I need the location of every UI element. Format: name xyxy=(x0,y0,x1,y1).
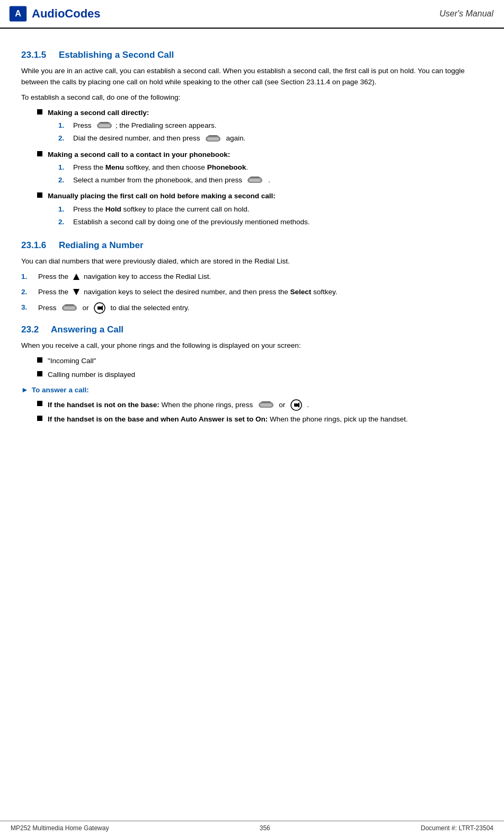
section-23-2: 23.2 Answering a Call When you receive a… xyxy=(21,324,483,425)
redial-step-num-3: 3. xyxy=(21,302,35,313)
svg-marker-24 xyxy=(297,402,299,408)
main-content: 23.1.5 Establishing a Second Call While … xyxy=(0,29,504,466)
manual-title: User's Manual xyxy=(439,9,493,19)
section-num-2315: 23.1.5 xyxy=(21,50,46,60)
footer-right: Document #: LTRT-23504 xyxy=(421,824,493,832)
answering-bullets: "Incoming Call" Calling number is displa… xyxy=(37,356,483,381)
bullet-item-phonebook: Making a second call to a contact in you… xyxy=(37,150,483,188)
redialing-steps: 1. Press the navigation key to access th… xyxy=(21,271,483,314)
bullet-direct-text: Making a second call directly: 1. Press xyxy=(48,108,483,146)
redial-step-3: 3. Press or to dial the selected en xyxy=(21,302,483,314)
nav-down-icon xyxy=(73,288,80,296)
answer-m1-bold: If the handset is not on the base: xyxy=(48,401,160,409)
logo-text: AudioCodes xyxy=(32,7,101,21)
phonebook-steps: 1. Press the Menu softkey, and then choo… xyxy=(58,162,483,186)
phonebook-step-1-text: Press the Menu softkey, and then choose … xyxy=(73,162,248,173)
section-2315-para2: To establish a second call, do one of th… xyxy=(21,92,483,103)
redial-step-num-2: 2. xyxy=(21,287,35,298)
svg-marker-12 xyxy=(73,289,79,295)
section-2315-para1: While you are in an active call, you can… xyxy=(21,66,483,88)
bullet-direct-bold: Making a second call directly: xyxy=(48,109,149,117)
svg-marker-4 xyxy=(99,122,110,123)
section-num-232: 23.2 xyxy=(21,324,39,335)
bullet-hold-bold: Manually placing the first call on hold … xyxy=(48,192,276,200)
svg-marker-15 xyxy=(64,304,75,305)
svg-text:A: A xyxy=(15,8,21,18)
arrow-tip-icon: ► xyxy=(21,385,29,394)
section-23-1-6: 23.1.6 Redialing a Number You can dial n… xyxy=(21,240,483,314)
section-2316-intro: You can dial numbers that were previousl… xyxy=(21,256,483,267)
phone-button-icon-4 xyxy=(61,304,77,312)
section-23-2-heading: 23.2 Answering a Call xyxy=(21,324,483,335)
redial-step-num-1: 1. xyxy=(21,271,35,283)
footer-left: MP252 Multimedia Home Gateway xyxy=(11,824,109,832)
answer-method-2: If the handset is on the base and when A… xyxy=(37,414,483,425)
section-23-1-5: 23.1.5 Establishing a Second Call While … xyxy=(21,50,483,230)
hold-step-num-2: 2. xyxy=(58,217,69,227)
audiocodes-logo-icon: A xyxy=(8,4,28,23)
svg-rect-9 xyxy=(249,179,261,182)
hold-step-1-text: Press the Hold softkey to place the curr… xyxy=(73,204,249,215)
hold-step-2: 2. Establish a second call by doing one … xyxy=(58,217,483,227)
svg-marker-18 xyxy=(101,305,103,311)
bullet-square-icon xyxy=(37,109,42,115)
footer-center: 356 xyxy=(260,824,270,832)
svg-marker-21 xyxy=(260,401,272,402)
svg-marker-10 xyxy=(249,177,261,178)
page-header: A AudioCodes User's Manual xyxy=(0,0,504,29)
hold-step-num-1: 1. xyxy=(58,204,69,215)
answering-bullet-1: "Incoming Call" xyxy=(37,356,483,366)
phone-button-icon-2 xyxy=(205,135,221,143)
bullet-item-hold: Manually placing the first call on hold … xyxy=(37,191,483,230)
logo-area: A AudioCodes xyxy=(8,4,101,23)
page-footer: MP252 Multimedia Home Gateway 356 Docume… xyxy=(0,821,504,835)
svg-rect-6 xyxy=(207,137,219,140)
phone-button-icon-3 xyxy=(247,176,263,184)
section-num-2316: 23.1.6 xyxy=(21,240,46,250)
speaker-icon xyxy=(94,302,105,314)
calling-number-text: Calling number is displayed xyxy=(48,370,483,380)
section-title-232: Answering a Call xyxy=(51,324,123,335)
direct-step-2: 2. Dial the desired number, and then pre… xyxy=(58,133,483,144)
redial-step-1: 1. Press the navigation key to access th… xyxy=(21,271,483,283)
hold-step-1: 1. Press the Hold softkey to place the c… xyxy=(58,204,483,215)
phone-button-icon xyxy=(96,121,112,130)
step-num-1: 1. xyxy=(58,120,69,131)
svg-marker-7 xyxy=(207,135,219,136)
svg-rect-3 xyxy=(99,124,110,127)
hold-step-2-text: Establish a second call by doing one of … xyxy=(73,217,310,227)
phonebook-step-2: 2. Select a number from the phonebook, a… xyxy=(58,175,483,186)
to-answer-heading: ► To answer a call: xyxy=(21,385,483,394)
bullet-item-direct: Making a second call directly: 1. Press xyxy=(37,108,483,146)
to-answer-label: To answer a call: xyxy=(32,386,89,394)
answer-method-1-text: If the handset is not on the base: When … xyxy=(48,399,483,411)
svg-marker-11 xyxy=(73,274,79,280)
pb-step-num-2: 2. xyxy=(58,175,69,186)
section-title-2315: Establishing a Second Call xyxy=(59,50,174,60)
direct-step-1-text: Press ; the Predialing screen appears. xyxy=(73,120,216,131)
direct-step-2-text: Dial the desired number, and then press … xyxy=(73,133,245,144)
bullet-square-icon-2 xyxy=(37,151,42,156)
redial-step-2-text: Press the navigation keys to select the … xyxy=(38,287,338,298)
phone-button-icon-5 xyxy=(258,401,274,409)
svg-rect-14 xyxy=(64,306,75,310)
bullet-square-icon-6 xyxy=(37,401,42,406)
answer-method-1: If the handset is not on the base: When … xyxy=(37,399,483,411)
phonebook-step-1: 1. Press the Menu softkey, and then choo… xyxy=(58,162,483,173)
bullet-list-2315: Making a second call directly: 1. Press xyxy=(37,108,483,230)
direct-steps: 1. Press ; the Predialing screen appears… xyxy=(58,120,483,144)
redial-step-1-text: Press the navigation key to access the R… xyxy=(38,271,211,283)
bullet-square-icon-4 xyxy=(37,357,42,363)
phonebook-step-2-text: Select a number from the phonebook, and … xyxy=(73,175,270,186)
bullet-square-icon-7 xyxy=(37,416,42,421)
answering-bullet-2: Calling number is displayed xyxy=(37,370,483,380)
svg-rect-20 xyxy=(260,403,272,407)
pb-step-num-1: 1. xyxy=(58,162,69,173)
svg-marker-17 xyxy=(98,306,101,310)
bullet-square-icon-3 xyxy=(37,192,42,198)
redial-step-2: 2. Press the navigation keys to select t… xyxy=(21,287,483,298)
direct-step-1: 1. Press ; the Predialing screen appears… xyxy=(58,120,483,131)
speaker-icon-2 xyxy=(290,399,302,411)
step-num-2: 2. xyxy=(58,133,69,144)
answer-method-bullets: If the handset is not on the base: When … xyxy=(37,399,483,425)
